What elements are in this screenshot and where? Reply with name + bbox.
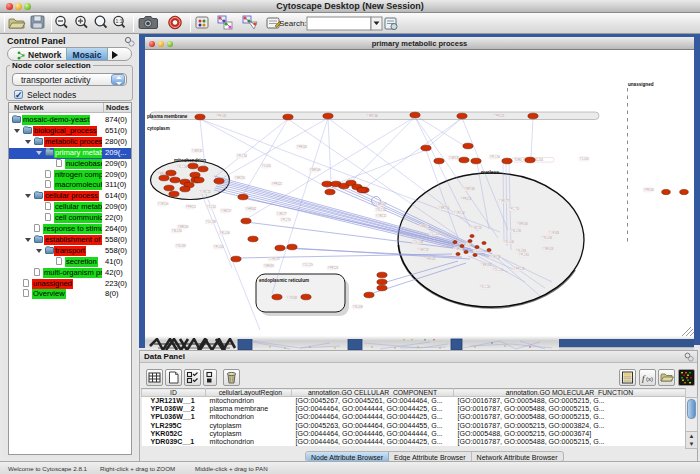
svg-text:YPL061: YPL061 (214, 245, 224, 249)
svg-text:YGR181: YGR181 (192, 149, 203, 153)
svg-text:cytoplasm: cytoplasm (147, 126, 170, 131)
svg-text:YHR002: YHR002 (246, 207, 257, 211)
svg-text:1:1: 1:1 (116, 18, 123, 24)
svg-text:Search:: Search: (279, 19, 307, 28)
svg-text:YPR021: YPR021 (461, 197, 472, 201)
svg-text:YHR002: YHR002 (425, 257, 436, 261)
svg-text:YIL134: YIL134 (207, 205, 216, 209)
svg-text:YIL006: YIL006 (474, 249, 483, 253)
svg-text:(x): (x) (646, 376, 653, 382)
svg-text:YKL120: YKL120 (480, 285, 490, 289)
svg-text:YNL009: YNL009 (542, 236, 553, 240)
svg-text:YPR021: YPR021 (272, 182, 283, 186)
svg-text:YOR222: YOR222 (376, 214, 387, 218)
svg-text:YLR348: YLR348 (549, 231, 560, 235)
svg-text:YFR045: YFR045 (644, 188, 655, 192)
svg-text:YGR181: YGR181 (449, 156, 460, 160)
svg-text:YIL006: YIL006 (580, 157, 589, 161)
svg-text:YBR085: YBR085 (264, 264, 275, 268)
svg-text:YPR021: YPR021 (494, 114, 505, 118)
svg-text:YOR374: YOR374 (269, 257, 280, 261)
svg-text:YEL006: YEL006 (504, 240, 514, 244)
svg-text:YOR100: YOR100 (158, 202, 169, 206)
svg-text:YOR222: YOR222 (471, 226, 482, 230)
svg-text:YDL198: YDL198 (413, 240, 424, 244)
svg-text:endoplasmic reticulum: endoplasmic reticulum (259, 278, 309, 283)
svg-text:YNL009: YNL009 (353, 305, 364, 309)
svg-text:YBR043: YBR043 (543, 247, 554, 251)
svg-text:YBR085: YBR085 (481, 263, 492, 267)
svg-text:YBR043: YBR043 (376, 202, 387, 206)
svg-text:YLR348: YLR348 (287, 296, 298, 300)
svg-text:YPR011: YPR011 (420, 225, 431, 229)
svg-text:YBL030: YBL030 (511, 229, 521, 233)
svg-text:YPR128: YPR128 (514, 267, 525, 271)
svg-text:YMR056: YMR056 (517, 222, 528, 226)
svg-text:YDL119: YDL119 (303, 263, 313, 267)
svg-text:YIL006: YIL006 (262, 164, 271, 168)
svg-text:YMR166: YMR166 (464, 187, 475, 191)
svg-text:YKL120: YKL120 (376, 208, 386, 212)
svg-text:YPL061: YPL061 (519, 253, 529, 257)
svg-text:YBR291: YBR291 (235, 176, 246, 180)
svg-text:YGR257: YGR257 (418, 248, 429, 252)
svg-text:YEL006: YEL006 (220, 231, 230, 235)
svg-text:YPR011: YPR011 (186, 205, 197, 209)
svg-text:YPL134: YPL134 (490, 155, 500, 159)
svg-text:YOR100: YOR100 (454, 211, 465, 215)
svg-text:YPL270: YPL270 (281, 218, 291, 222)
svg-text:YOR374: YOR374 (490, 255, 501, 259)
svg-text:YFR045: YFR045 (297, 145, 308, 149)
svg-text:YIL134: YIL134 (430, 232, 439, 236)
svg-text:YKL120: YKL120 (177, 165, 187, 169)
svg-text:YNL083: YNL083 (176, 244, 187, 248)
svg-text:YOR222: YOR222 (200, 190, 211, 194)
svg-text:YPL134: YPL134 (237, 154, 247, 158)
svg-text:YPL270: YPL270 (509, 207, 519, 211)
svg-text:YMR166: YMR166 (310, 168, 321, 172)
svg-text:YFR045: YFR045 (216, 114, 227, 118)
svg-text:plasma membrane: plasma membrane (147, 114, 188, 119)
svg-text:YGR257: YGR257 (221, 209, 232, 213)
svg-text:YDL198: YDL198 (206, 220, 217, 224)
svg-text:YJR077: YJR077 (277, 212, 287, 216)
svg-text:YDL119: YDL119 (493, 268, 503, 272)
svg-text:mitochondrion: mitochondrion (174, 158, 206, 163)
svg-text:YBR291: YBR291 (439, 206, 450, 210)
svg-text:YPR128: YPR128 (328, 266, 339, 270)
svg-text:YBL030: YBL030 (172, 229, 182, 233)
svg-text:YMR166: YMR166 (367, 114, 378, 118)
svg-text:unassigned: unassigned (628, 82, 654, 87)
svg-text:YJR077: YJR077 (499, 199, 509, 203)
